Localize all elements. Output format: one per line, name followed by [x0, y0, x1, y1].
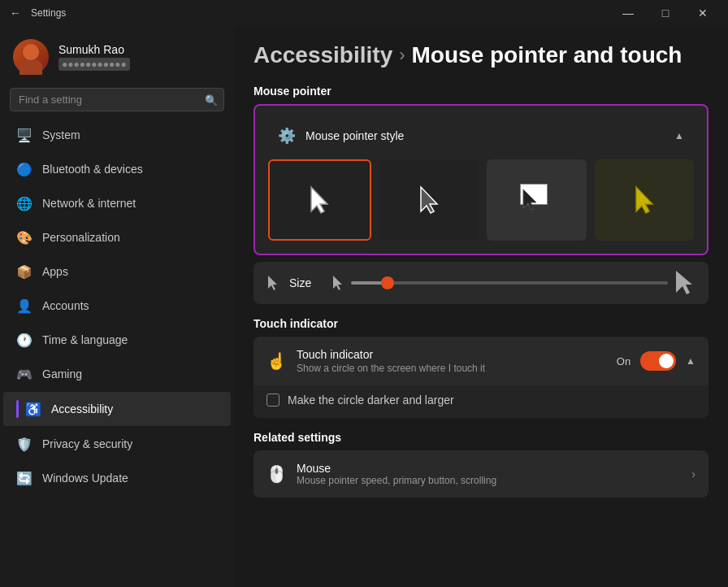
sidebar-item-gaming[interactable]: 🎮 Gaming [3, 358, 231, 390]
breadcrumb-parent[interactable]: Accessibility [254, 42, 392, 68]
search-icon: 🔍 [205, 93, 218, 106]
active-indicator [16, 400, 19, 418]
pointer-style-header[interactable]: ⚙️ Mouse pointer style ▲ [265, 115, 697, 156]
sidebar-item-privacy[interactable]: 🛡️ Privacy & security [3, 428, 231, 460]
search-box: 🔍 [10, 88, 224, 111]
sidebar-item-network[interactable]: 🌐 Network & internet [3, 187, 231, 220]
mouse-icon: 🖱️ [266, 464, 287, 484]
sidebar-item-label: Bluetooth & devices [42, 163, 143, 176]
sidebar-item-label: Network & internet [42, 197, 136, 210]
pointer-style-icon: ⚙️ [278, 127, 296, 145]
breadcrumb-separator: › [399, 45, 405, 66]
mouse-pointer-section-title: Mouse pointer [254, 85, 708, 98]
sidebar-item-time[interactable]: 🕐 Time & language [3, 324, 231, 356]
breadcrumb: Accessibility › Mouse pointer and touch [254, 42, 708, 68]
sidebar-item-label: Gaming [42, 367, 82, 380]
user-name: Sumukh Rao [58, 43, 130, 56]
sidebar-item-bluetooth[interactable]: 🔵 Bluetooth & devices [3, 153, 231, 185]
time-icon: 🕐 [16, 332, 32, 348]
toggle-state-label: On [617, 355, 630, 367]
sidebar-item-accounts[interactable]: 👤 Accounts [3, 289, 231, 322]
touch-indicator-title: Touch indicator [297, 348, 485, 361]
pointer-style-label: Mouse pointer style [306, 129, 404, 142]
update-icon: 🔄 [16, 470, 32, 486]
sidebar-item-accessibility[interactable]: ♿ Accessibility [3, 392, 231, 426]
pointer-option-blackwhite[interactable] [487, 159, 587, 241]
pointer-option-outline[interactable] [379, 159, 479, 241]
touch-indicator-header: ☝️ Touch indicator Show a circle on the … [254, 337, 708, 385]
pointer-options-grid [265, 156, 697, 244]
related-mouse-desc: Mouse pointer speed, primary button, scr… [297, 475, 496, 486]
sidebar-item-update[interactable]: 🔄 Windows Update [3, 462, 231, 494]
sidebar-item-label: Accounts [42, 299, 89, 312]
system-icon: 🖥️ [16, 127, 32, 143]
gaming-icon: 🎮 [16, 366, 32, 382]
main-content: Accessibility › Mouse pointer and touch … [234, 26, 728, 587]
network-icon: 🌐 [16, 195, 32, 211]
darker-checkbox[interactable] [266, 394, 280, 407]
size-label: Size [289, 276, 322, 289]
related-settings-title: Related settings [254, 431, 708, 444]
search-input[interactable] [10, 88, 224, 111]
bluetooth-icon: 🔵 [16, 161, 32, 177]
related-mouse-item[interactable]: 🖱️ Mouse Mouse pointer speed, primary bu… [254, 450, 708, 498]
user-profile[interactable]: Sumukh Rao ●●●●●●●●●●● [0, 26, 234, 85]
related-mouse-chevron: › [691, 467, 696, 480]
sidebar-item-system[interactable]: 🖥️ System [3, 119, 231, 151]
apps-icon: 📦 [16, 263, 32, 280]
size-row: Size [254, 262, 708, 304]
pointer-style-chevron: ▲ [674, 130, 684, 141]
accessibility-icon: ♿ [25, 401, 41, 417]
minimize-button[interactable]: — [609, 0, 647, 26]
sidebar-item-label: Apps [42, 265, 68, 278]
checkbox-row: Make the circle darker and larger [254, 385, 708, 418]
title-bar: ← Settings — □ ✕ [0, 0, 728, 26]
back-button[interactable]: ← [6, 3, 24, 23]
app-body: Sumukh Rao ●●●●●●●●●●● 🔍 🖥️ System 🔵 Blu… [0, 26, 728, 587]
sidebar-item-personalization[interactable]: 🎨 Personalization [3, 221, 231, 254]
maximize-button[interactable]: □ [647, 0, 684, 26]
sidebar-item-label: System [42, 128, 80, 141]
sidebar: Sumukh Rao ●●●●●●●●●●● 🔍 🖥️ System 🔵 Blu… [0, 26, 234, 587]
sidebar-item-label: Windows Update [42, 472, 128, 485]
app-title: Settings [31, 7, 66, 19]
touch-indicator-desc: Show a circle on the screen where I touc… [297, 363, 485, 374]
cursor-small-icon [266, 275, 280, 291]
user-email: ●●●●●●●●●●● [58, 58, 130, 71]
touch-indicator-section-title: Touch indicator [254, 317, 708, 330]
size-slider[interactable] [351, 281, 668, 285]
sidebar-item-label: Accessibility [51, 402, 113, 415]
window-controls: — □ ✕ [609, 0, 722, 26]
touch-indicator-card: ☝️ Touch indicator Show a circle on the … [254, 337, 708, 418]
cursor-large-icon [674, 270, 696, 296]
slider-wrap [332, 270, 696, 296]
page-title: Mouse pointer and touch [412, 42, 682, 68]
sidebar-item-label: Privacy & security [42, 437, 132, 450]
personalization-icon: 🎨 [16, 229, 32, 246]
related-mouse-name: Mouse [297, 462, 496, 475]
sidebar-item-label: Time & language [42, 333, 128, 346]
touch-icon: ☝️ [266, 351, 287, 371]
sidebar-item-label: Personalization [42, 231, 120, 244]
touch-toggle[interactable] [640, 351, 676, 371]
pointer-option-yellow[interactable] [595, 159, 695, 241]
close-button[interactable]: ✕ [684, 0, 722, 26]
privacy-icon: 🛡️ [16, 436, 32, 452]
avatar [13, 39, 49, 75]
cursor-small-icon-left [332, 275, 344, 291]
touch-chevron: ▲ [686, 355, 696, 367]
pointer-style-container: ⚙️ Mouse pointer style ▲ [254, 104, 708, 255]
checkbox-label: Make the circle darker and larger [288, 394, 454, 407]
sidebar-item-apps[interactable]: 📦 Apps [3, 255, 231, 288]
pointer-option-white[interactable] [268, 159, 371, 241]
accounts-icon: 👤 [16, 298, 32, 314]
